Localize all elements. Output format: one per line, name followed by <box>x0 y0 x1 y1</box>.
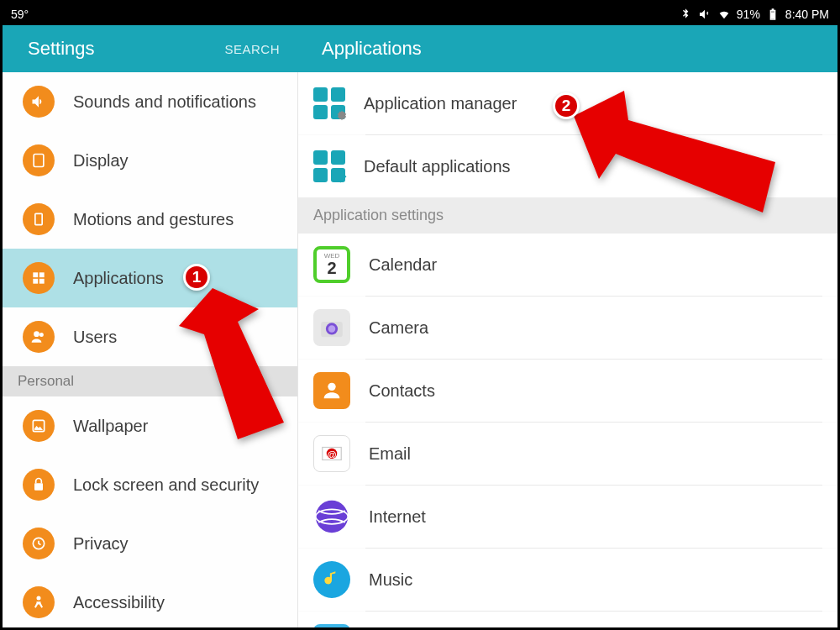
status-battery-pct: 91% <box>737 8 760 21</box>
sidebar-item-label: Applications <box>73 269 164 288</box>
page-title: Applications <box>322 38 422 60</box>
privacy-icon <box>23 528 55 559</box>
camera-icon <box>313 309 350 346</box>
annotation-arrow-1 <box>166 280 318 468</box>
annotation-badge-2: 2 <box>553 92 580 119</box>
svg-point-7 <box>34 331 39 337</box>
accessibility-icon <box>23 586 55 618</box>
app-item-music[interactable]: Music <box>298 549 837 611</box>
sidebar-item-label: Motions and gestures <box>73 210 234 229</box>
svg-rect-3 <box>33 272 38 277</box>
app-manager-icon <box>313 87 345 119</box>
sidebar-item-sounds[interactable]: Sounds and notifications <box>3 72 297 131</box>
sidebar-item-label: Display <box>73 151 129 171</box>
header-left: Settings SEARCH <box>3 25 298 72</box>
annotation-arrow-2 <box>549 82 801 228</box>
bluetooth-icon <box>679 8 692 21</box>
users-icon <box>23 321 55 353</box>
display-icon <box>23 144 55 176</box>
sidebar-item-label: Users <box>73 328 117 347</box>
music-icon <box>313 561 350 598</box>
svg-rect-2 <box>35 213 42 224</box>
svg-point-20 <box>316 501 349 533</box>
app-item-email[interactable]: @ Email <box>298 423 837 485</box>
sound-icon <box>23 86 55 118</box>
calendar-icon: WED2 <box>313 246 350 283</box>
sidebar-item-label: Lock screen and security <box>73 475 259 495</box>
wifi-icon <box>717 8 731 21</box>
main-item-label: Default applications <box>364 157 511 176</box>
app-item-label: Contacts <box>369 381 435 401</box>
internet-icon <box>313 498 350 535</box>
sidebar-item-label: Privacy <box>73 534 129 554</box>
settings-title: Settings <box>28 38 95 60</box>
status-temperature: 59° <box>11 8 29 21</box>
svg-rect-5 <box>33 279 38 284</box>
svg-text:@: @ <box>328 449 337 459</box>
app-item-label: Music <box>369 570 412 590</box>
svg-rect-1 <box>34 155 44 167</box>
status-bar: 59° 91% 8:40 PM <box>3 3 837 25</box>
svg-point-16 <box>328 383 335 391</box>
status-right: 91% 8:40 PM <box>679 8 829 21</box>
app-item-camera[interactable]: Camera <box>298 297 837 359</box>
email-icon: @ <box>313 435 350 472</box>
sidebar-item-label: Accessibility <box>73 593 165 612</box>
contacts-icon <box>313 372 350 409</box>
svg-rect-4 <box>39 272 45 277</box>
svg-point-15 <box>328 325 336 333</box>
sidebar-item-label: Sounds and notifications <box>73 92 256 112</box>
mute-icon <box>698 8 711 21</box>
sidebar-item-motions[interactable]: Motions and gestures <box>3 190 297 249</box>
weather-icon <box>313 624 350 627</box>
header-right: Applications <box>298 25 837 72</box>
app-item-label: Calendar <box>369 255 437 275</box>
battery-icon <box>766 8 780 21</box>
app-item-contacts[interactable]: Contacts <box>298 360 837 422</box>
wallpaper-icon <box>23 410 55 442</box>
svg-rect-10 <box>34 483 43 490</box>
app-item-calendar[interactable]: WED2 Calendar <box>298 234 837 296</box>
svg-rect-0 <box>771 12 774 18</box>
app-item-label: Internet <box>369 507 426 527</box>
main-item-label: Application manager <box>364 94 517 113</box>
annotation-badge-1: 1 <box>183 264 210 291</box>
device-frame: 59° 91% 8:40 PM Settings SEARCH Applicat… <box>0 0 840 630</box>
sidebar-item-label: Wallpaper <box>73 417 148 436</box>
default-apps-icon <box>313 150 345 182</box>
header-row: Settings SEARCH Applications <box>3 25 837 72</box>
app-item-label: Email <box>369 444 411 464</box>
applications-icon <box>23 262 55 294</box>
sidebar-item-privacy[interactable]: Privacy <box>3 514 297 573</box>
sidebar-item-accessibility[interactable]: Accessibility <box>3 573 297 627</box>
search-button[interactable]: SEARCH <box>224 42 280 56</box>
motion-icon <box>23 203 55 235</box>
app-item-weather[interactable]: Weather <box>298 612 837 627</box>
status-time: 8:40 PM <box>785 8 829 21</box>
svg-rect-6 <box>39 279 45 284</box>
lock-icon <box>23 469 55 501</box>
sidebar-item-display[interactable]: Display <box>3 131 297 190</box>
svg-point-8 <box>39 333 44 337</box>
app-item-internet[interactable]: Internet <box>298 486 837 548</box>
app-item-label: Camera <box>369 318 428 338</box>
